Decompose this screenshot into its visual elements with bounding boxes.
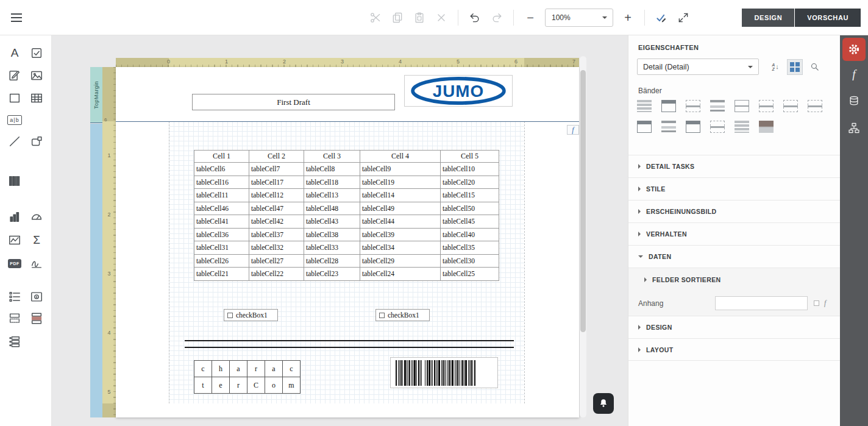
table-tool[interactable] [27, 88, 46, 108]
table-cell[interactable]: tableCell31 [194, 241, 249, 255]
category-view-button[interactable] [787, 59, 803, 75]
table-cell[interactable]: tableCell25 [441, 268, 499, 281]
comb-cell[interactable]: o [265, 377, 283, 394]
table-cell[interactable]: tableCell38 [304, 228, 360, 241]
report-page[interactable]: First Draft JUMO f Cell 1Cell 2Cell 3Cel… [116, 67, 579, 417]
table-cell[interactable]: tableCell50 [441, 202, 499, 215]
comb-cell[interactable]: r [230, 377, 247, 394]
section-detail-tasks[interactable]: DETAIL TASKS [628, 155, 840, 177]
band-list-tool[interactable] [5, 287, 24, 307]
table-cell[interactable]: tableCell37 [249, 228, 304, 241]
detail-band-strip[interactable] [90, 124, 102, 417]
band-icon-09[interactable] [637, 121, 652, 133]
settings-rail-button[interactable] [842, 38, 866, 61]
text-tool[interactable]: A [5, 43, 24, 63]
signature-tool[interactable] [27, 254, 46, 273]
band-icon-13[interactable] [735, 121, 749, 133]
fullscreen-button[interactable] [675, 9, 692, 26]
table-cell[interactable]: tableCell24 [360, 268, 441, 281]
table-cell[interactable]: tableCell26 [194, 254, 249, 268]
comb-cell[interactable]: h [212, 361, 230, 377]
logo-image[interactable]: JUMO [404, 75, 513, 107]
table-cell[interactable]: tableCell18 [304, 176, 360, 189]
band-icon-11[interactable] [686, 121, 700, 133]
component-dropdown[interactable]: Detail (Detail) [637, 59, 759, 75]
design-canvas[interactable]: 01234567 123456 TopMargin First Draft JU… [52, 35, 628, 426]
shape-tool[interactable] [27, 132, 46, 151]
table-row[interactable]: tableCell36tableCell37tableCell38tableCe… [194, 228, 499, 241]
table-cell[interactable]: tableCell34 [360, 241, 441, 255]
redo-button[interactable] [488, 9, 505, 26]
table-cell[interactable]: tableCell17 [249, 176, 304, 189]
pdf-tool[interactable]: PDF [5, 254, 24, 273]
band-icon-06[interactable] [759, 100, 774, 112]
table-cell[interactable]: tableCell48 [304, 202, 360, 215]
table-cell[interactable]: tableCell19 [360, 176, 441, 189]
section-stile[interactable]: STILE [628, 177, 840, 200]
band-icon-01[interactable] [637, 100, 652, 112]
sort-alphabetical-button[interactable]: AZ ↓ [767, 59, 783, 75]
band-icon-08[interactable] [808, 100, 822, 112]
validate-button[interactable] [653, 9, 670, 26]
function-icon[interactable]: f [824, 299, 826, 308]
table-cell[interactable]: tableCell9 [360, 163, 441, 176]
band-icon-07[interactable] [783, 100, 798, 112]
table-header-cell[interactable]: Cell 3 [304, 151, 360, 163]
table-row[interactable]: tableCell31tableCell32tableCell33tableCe… [194, 241, 499, 255]
table-cell[interactable]: tableCell13 [304, 189, 360, 202]
table-cell[interactable]: tableCell49 [360, 202, 441, 215]
section-erscheinungsbild[interactable]: ERSCHEINUNGSBILD [628, 200, 840, 222]
vertical-scrollbar[interactable] [580, 56, 586, 417]
band-icon-14[interactable] [759, 121, 774, 133]
report-table[interactable]: Cell 1Cell 2Cell 3Cell 4Cell 5tableCell6… [194, 150, 499, 281]
checkbox-element-2[interactable]: checkBox1 [375, 309, 430, 321]
double-line-element[interactable] [185, 340, 514, 348]
table-cell[interactable]: tableCell21 [194, 268, 249, 281]
table-row[interactable]: tableCell26tableCell27tableCell28tableCe… [194, 254, 499, 268]
table-header-cell[interactable]: Cell 2 [249, 151, 304, 163]
table-cell[interactable]: tableCell36 [194, 228, 249, 241]
line-tool[interactable] [5, 132, 24, 151]
info-panel-tool[interactable] [27, 287, 46, 307]
scrollbar-thumb[interactable] [580, 70, 586, 332]
table-row[interactable]: tableCell16tableCell17tableCell18tableCe… [194, 176, 499, 189]
table-cell[interactable]: tableCell29 [360, 254, 441, 268]
function-flag-icon[interactable]: f [567, 125, 579, 135]
table-cell[interactable]: tableCell22 [249, 268, 304, 281]
image-tool[interactable] [27, 66, 46, 85]
checkbox-tool[interactable] [27, 43, 46, 63]
table-row[interactable]: tableCell46tableCell47tableCell48tableCe… [194, 202, 499, 215]
table-cell[interactable]: tableCell15 [441, 189, 499, 202]
table-cell[interactable]: tableCell41 [194, 215, 249, 229]
section-layout[interactable]: LAYOUT [628, 338, 840, 361]
section-design[interactable]: DESIGN [628, 316, 840, 338]
data-source-rail-button[interactable] [840, 88, 868, 115]
report-title-textbox[interactable]: First Draft [192, 94, 395, 110]
table-cell[interactable]: tableCell39 [360, 228, 441, 241]
panel-tool[interactable] [5, 88, 24, 108]
paste-button[interactable] [411, 9, 428, 26]
comb-cell[interactable]: r [247, 361, 265, 377]
comb-cell[interactable]: a [265, 361, 283, 377]
table-cell[interactable]: tableCell7 [249, 163, 304, 176]
band-separator-line[interactable] [116, 121, 579, 122]
band-icon-03[interactable] [686, 100, 700, 112]
comb-cell[interactable]: m [283, 377, 301, 394]
table-cell[interactable]: tableCell10 [441, 163, 499, 176]
design-tab[interactable]: DESIGN [742, 9, 794, 27]
table-header-cell[interactable]: Cell 1 [194, 151, 249, 163]
section-verhalten[interactable]: VERHALTEN [628, 222, 840, 245]
table-cell[interactable]: tableCell20 [441, 176, 499, 189]
table-cell[interactable]: tableCell33 [304, 241, 360, 255]
table-cell[interactable]: tableCell35 [441, 241, 499, 255]
table-cell[interactable]: tableCell12 [249, 189, 304, 202]
vorschau-tab[interactable]: VORSCHAU [795, 9, 861, 27]
comb-cell[interactable]: e [212, 377, 230, 394]
table-row[interactable]: tableCell11tableCell12tableCell13tableCe… [194, 189, 499, 202]
comb-cell[interactable]: c [194, 361, 212, 377]
table-cell[interactable]: tableCell6 [194, 163, 249, 176]
menu-button[interactable] [11, 10, 27, 25]
band-header-tool[interactable] [5, 308, 24, 328]
band-icon-12[interactable] [710, 121, 725, 133]
search-properties-button[interactable] [806, 59, 822, 75]
